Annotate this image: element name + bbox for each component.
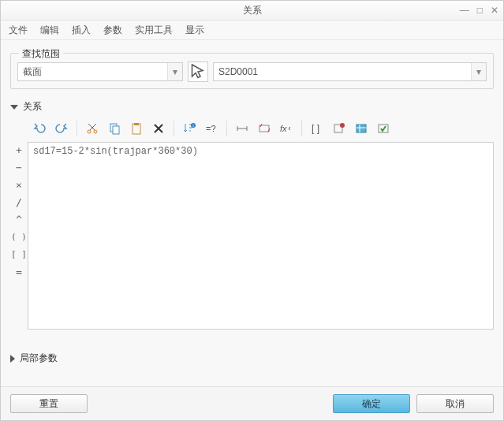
svg-point-0 <box>88 130 91 133</box>
menu-edit[interactable]: 编辑 <box>40 24 59 37</box>
dimension-button[interactable] <box>256 120 273 137</box>
verify-button[interactable]: =? <box>203 120 220 137</box>
relations-editor[interactable] <box>28 142 494 330</box>
undo-button[interactable] <box>31 120 48 137</box>
svg-text:=?: =? <box>206 124 216 133</box>
op-equals[interactable]: = <box>16 266 22 278</box>
scope-type-dropdown[interactable]: 截面 ▾ <box>17 62 183 81</box>
svg-text:i: i <box>192 123 193 128</box>
paste-button[interactable] <box>128 120 145 137</box>
op-bracket[interactable]: [ ] <box>11 249 27 260</box>
titlebar: 关系 — □ ✕ <box>1 1 503 20</box>
editor-wrap: + − × / ^ ( ) [ ] = <box>10 142 494 330</box>
local-params-header[interactable]: 局部参数 <box>10 352 494 365</box>
relations-toolbar: i =? fx [ ] <box>10 117 494 142</box>
copy-button[interactable] <box>106 120 123 137</box>
search-scope-legend: 查找范围 <box>19 47 63 61</box>
cut-button[interactable] <box>84 120 101 137</box>
scope-type-value: 截面 <box>23 65 42 79</box>
select-tool-button[interactable] <box>188 61 208 82</box>
ruler-button[interactable] <box>233 120 251 137</box>
relations-section-header[interactable]: 关系 <box>10 100 494 114</box>
op-multiply[interactable]: × <box>16 180 22 191</box>
unit-button[interactable] <box>330 120 348 137</box>
op-power[interactable]: ^ <box>16 214 22 225</box>
op-minus[interactable]: − <box>16 162 22 173</box>
function-button[interactable]: fx <box>278 120 295 137</box>
separator <box>301 121 302 136</box>
menu-display[interactable]: 显示 <box>185 24 204 37</box>
separator <box>174 121 174 136</box>
minimize-button[interactable]: — <box>460 5 469 16</box>
maximize-button[interactable]: □ <box>477 5 483 16</box>
dialog-window: 关系 — □ ✕ 文件 编辑 插入 参数 实用工具 显示 查找范围 截面 ▾ <box>0 0 504 421</box>
svg-rect-14 <box>357 125 366 132</box>
operator-gutter: + − × / ^ ( ) [ ] = <box>10 142 28 330</box>
svg-rect-5 <box>134 123 139 125</box>
menu-params[interactable]: 参数 <box>103 24 122 37</box>
window-controls: — □ ✕ <box>460 1 498 20</box>
separator <box>77 121 77 136</box>
expand-icon <box>10 355 15 363</box>
search-scope-fieldset: 查找范围 截面 ▾ S2D0001 ▾ <box>10 53 494 89</box>
menu-tools[interactable]: 实用工具 <box>135 24 173 37</box>
op-paren[interactable]: ( ) <box>11 232 27 243</box>
close-button[interactable]: ✕ <box>491 5 498 16</box>
menu-insert[interactable]: 插入 <box>72 24 91 37</box>
svg-rect-3 <box>113 126 119 134</box>
chevron-down-icon: ▾ <box>167 63 182 80</box>
delete-button[interactable] <box>150 120 167 137</box>
check-button[interactable] <box>375 120 392 137</box>
search-scope-row: 截面 ▾ S2D0001 ▾ <box>17 61 487 82</box>
relations-label: 关系 <box>23 100 42 114</box>
ok-button[interactable]: 确定 <box>333 394 410 413</box>
brackets-button[interactable]: [ ] <box>308 120 326 137</box>
scope-item-dropdown[interactable]: S2D0001 ▾ <box>213 62 487 81</box>
op-divide[interactable]: / <box>16 197 22 208</box>
svg-text:fx: fx <box>280 124 287 133</box>
sort-button[interactable]: i <box>181 120 198 137</box>
scope-item-value: S2D0001 <box>218 66 258 77</box>
svg-text:[ ]: [ ] <box>312 123 319 134</box>
footer: 重置 确定 取消 <box>1 386 503 420</box>
collapse-icon <box>10 105 18 110</box>
cancel-button[interactable]: 取消 <box>416 394 494 413</box>
window-title: 关系 <box>243 4 262 17</box>
local-params-label: 局部参数 <box>20 352 58 365</box>
svg-point-1 <box>94 130 97 133</box>
svg-point-13 <box>340 123 345 128</box>
chevron-down-icon: ▾ <box>471 63 486 80</box>
separator <box>226 121 227 136</box>
content-area: 查找范围 截面 ▾ S2D0001 ▾ 关系 <box>1 40 503 386</box>
cursor-icon <box>189 62 207 81</box>
table-button[interactable] <box>353 120 370 137</box>
reset-button[interactable]: 重置 <box>10 394 88 413</box>
menu-file[interactable]: 文件 <box>9 24 28 37</box>
menubar: 文件 编辑 插入 参数 实用工具 显示 <box>1 20 503 40</box>
op-plus[interactable]: + <box>16 145 22 156</box>
redo-button[interactable] <box>53 120 70 137</box>
